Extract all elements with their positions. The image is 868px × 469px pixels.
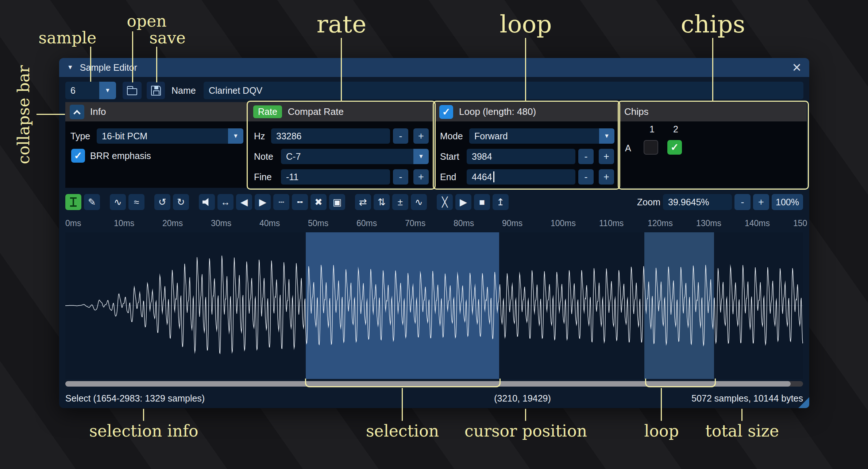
create-wavetable-button[interactable]: ↥ <box>493 194 509 210</box>
chips-header-label: Chips <box>624 106 648 117</box>
apply-silence-button[interactable]: ╍ <box>292 194 308 210</box>
loop-start-minus-button[interactable]: - <box>578 149 594 164</box>
window-titlebar[interactable]: ▼ Sample Editor × <box>59 58 809 77</box>
stop-preview-button[interactable]: ■ <box>474 194 490 210</box>
sample-toolbar: ✎∿≈↺↻↔◀▶┄╍✖▣⇄⇅±∿╳▶■↥ Zoom 39.9645% - + 1… <box>65 193 803 212</box>
close-icon[interactable]: × <box>792 60 801 75</box>
pencil-icon: ✎ <box>88 197 96 208</box>
resize-button[interactable]: ∿ <box>110 194 126 210</box>
chevron-down-icon[interactable]: ▼ <box>599 128 614 144</box>
chevron-down-icon[interactable]: ▼ <box>99 82 116 99</box>
loop-header-label: Loop (length: 480) <box>459 106 536 117</box>
chip-a-2-checkbox[interactable]: ✓ <box>667 140 682 155</box>
hz-minus-button[interactable]: - <box>393 128 408 144</box>
stop-icon: ■ <box>479 197 485 208</box>
ruler-label: 70ms <box>405 218 425 228</box>
fine-input[interactable]: -11 <box>281 169 390 185</box>
hz-value: 33286 <box>276 131 302 142</box>
signed-unsigned-button[interactable]: ± <box>392 194 408 210</box>
chevron-down-icon[interactable]: ▼ <box>413 149 429 164</box>
undo-icon: ↺ <box>158 197 166 208</box>
save-button[interactable] <box>147 82 165 99</box>
insert-silence-button[interactable]: ┄ <box>273 194 289 210</box>
chevron-down-icon[interactable]: ▼ <box>228 128 243 144</box>
brr-emphasis-row: ✓ BRR emphasis <box>71 149 151 163</box>
loop-enable-checkbox[interactable]: ✓ <box>439 105 453 119</box>
fade-out-button[interactable]: ▶ <box>255 194 271 210</box>
amplify-button[interactable] <box>199 194 215 210</box>
note-select[interactable]: C-7 ▼ <box>281 149 429 164</box>
fine-minus-button[interactable]: - <box>393 169 408 185</box>
open-button[interactable] <box>123 82 142 99</box>
preview-button[interactable]: ▶ <box>455 194 471 210</box>
delete-button[interactable]: ✖ <box>310 194 327 210</box>
edit-mode-select-button[interactable] <box>65 194 81 210</box>
zoom-reset-button[interactable]: 100% <box>772 194 803 210</box>
resample-button[interactable]: ≈ <box>128 194 144 210</box>
collapse-bar-button[interactable] <box>70 105 84 119</box>
invert-button[interactable]: ⇅ <box>374 194 390 210</box>
loop-mode-select[interactable]: Forward ▼ <box>469 128 614 144</box>
sample-editor-window: ▼ Sample Editor × 6 ▼ Name Clarinet DQV … <box>59 58 809 408</box>
fade-in-button[interactable]: ◀ <box>236 194 252 210</box>
type-value: 16-bit PCM <box>102 131 147 142</box>
edit-mode-draw-button[interactable]: ✎ <box>84 194 100 210</box>
upload-icon: ↥ <box>497 197 505 208</box>
annotation-sample: sample <box>39 28 97 47</box>
info-section: Info Type 16-bit PCM ▼ ✓ BRR emphasis <box>65 102 249 188</box>
loop-start-input[interactable]: 3984 <box>467 149 575 164</box>
brr-emphasis-checkbox[interactable]: ✓ <box>71 149 85 163</box>
apply-silence-icon: ╍ <box>297 197 303 208</box>
chip-a-1-checkbox[interactable] <box>644 140 658 155</box>
time-ruler[interactable]: 0ms10ms20ms30ms40ms50ms60ms70ms80ms90ms1… <box>59 216 809 232</box>
chip-column-2-label: 2 <box>667 123 684 135</box>
annotation-line-selection-info <box>143 409 144 421</box>
horizontal-scrollbar[interactable] <box>65 381 803 387</box>
reverse-button[interactable]: ⇄ <box>355 194 371 210</box>
undo-button[interactable]: ↺ <box>154 194 170 210</box>
waveform-view[interactable] <box>65 232 803 379</box>
total-size-text: 5072 samples, 10144 bytes <box>691 389 803 407</box>
zoom-input[interactable]: 39.9645% <box>663 194 732 210</box>
loop-end-plus-button[interactable]: + <box>599 169 614 185</box>
rate-badge-button[interactable]: Rate <box>253 105 282 118</box>
sample-number-select[interactable]: 6 ▼ <box>65 82 116 99</box>
annotation-total-size: total size <box>705 422 779 440</box>
loop-end-minus-button[interactable]: - <box>578 169 594 185</box>
fine-plus-button[interactable]: + <box>413 169 429 185</box>
reverse-icon: ⇄ <box>359 197 367 208</box>
filter-button[interactable]: ∿ <box>411 194 427 210</box>
zoom-out-button[interactable]: - <box>734 194 751 210</box>
annotation-line-loop-region <box>661 388 662 421</box>
ruler-label: 40ms <box>259 218 280 228</box>
hz-input[interactable]: 33286 <box>271 128 390 144</box>
window-collapse-icon[interactable]: ▼ <box>67 64 73 71</box>
normalize-button[interactable]: ↔ <box>217 194 234 210</box>
zoom-in-button[interactable]: + <box>753 194 769 210</box>
status-bar: Select (1654-2983: 1329 samples) (3210, … <box>65 389 803 407</box>
trim-button[interactable]: ▣ <box>329 194 345 210</box>
name-input[interactable]: Clarinet DQV <box>204 82 803 99</box>
loop-end-value: 4464 <box>472 172 492 182</box>
ruler-label: 140ms <box>745 218 770 228</box>
type-select[interactable]: 16-bit PCM ▼ <box>97 128 243 144</box>
loop-start-plus-button[interactable]: + <box>599 149 614 164</box>
ruler-label: 30ms <box>211 218 231 228</box>
annotation-rate: rate <box>317 10 366 38</box>
fade-out-icon: ▶ <box>259 197 266 208</box>
hz-label: Hz <box>254 128 265 144</box>
fine-value: -11 <box>286 172 298 182</box>
annotation-collapse-bar: collapse bar <box>14 65 33 164</box>
hz-plus-button[interactable]: + <box>413 128 429 144</box>
crossfade-loop-button[interactable]: ╳ <box>437 194 453 210</box>
redo-button[interactable]: ↻ <box>173 194 189 210</box>
waveform-canvas[interactable] <box>65 232 803 379</box>
loop-end-input[interactable]: 4464 <box>467 169 575 185</box>
annotation-line-rate <box>341 38 342 101</box>
annotation-loop: loop <box>500 10 552 38</box>
compat-rate-label: Compat Rate <box>288 106 344 117</box>
fine-label: Fine <box>254 169 272 185</box>
annotation-line-selection <box>402 388 403 421</box>
annotation-line-sample <box>90 47 91 82</box>
scrollbar-thumb[interactable] <box>65 381 791 387</box>
